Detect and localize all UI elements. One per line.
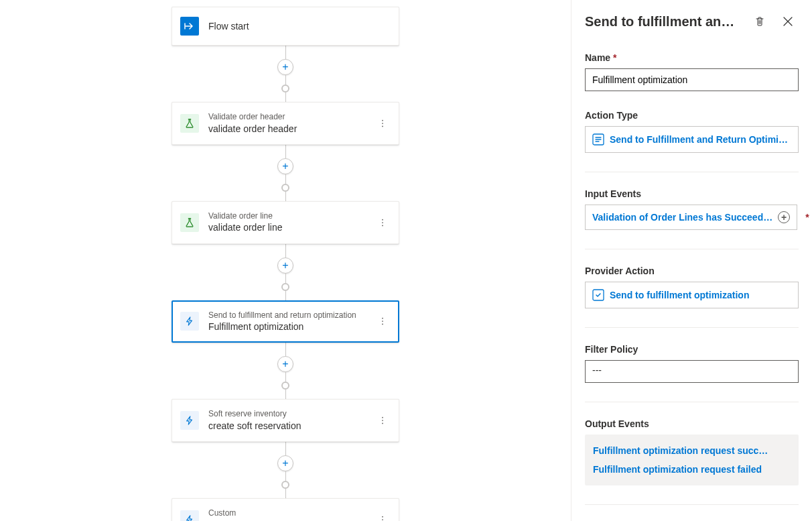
output-event-item[interactable]: Fulfillment optimization request succ… xyxy=(593,441,791,460)
flow-node-start[interactable]: Flow start xyxy=(172,7,399,46)
bolt-icon xyxy=(180,312,199,331)
node-title: validate order line xyxy=(208,221,375,233)
node-title: validate order header xyxy=(208,123,375,135)
connector-node-icon xyxy=(281,184,289,192)
svg-point-5 xyxy=(382,225,383,226)
action-type-selector[interactable]: Send to Fulfillment and Return Optimiza… xyxy=(585,126,799,153)
add-step-button[interactable]: + xyxy=(277,158,293,174)
node-subtitle: Validate order line xyxy=(208,211,375,222)
action-type-icon xyxy=(592,133,604,146)
svg-point-10 xyxy=(382,420,383,421)
node-menu-button[interactable] xyxy=(375,119,391,128)
output-event-item[interactable]: Fulfillment optimization request failed xyxy=(593,460,791,479)
node-subtitle: Validate order header xyxy=(208,112,375,123)
input-event-pill[interactable]: Validation of Order Lines has Succeed… + xyxy=(585,205,797,230)
connector-node-icon xyxy=(281,283,289,291)
flow-node-erp-fulfillment[interactable]: Custom send to ERP fulfillment xyxy=(172,498,399,521)
node-menu-button[interactable] xyxy=(375,316,391,326)
node-subtitle: Custom xyxy=(208,508,375,519)
input-events-label: Input Events xyxy=(585,188,799,199)
flow-node-fulfillment-optimization[interactable]: Send to fulfillment and return optimizat… xyxy=(172,300,399,343)
svg-point-11 xyxy=(382,423,383,424)
svg-point-8 xyxy=(382,324,383,325)
input-event-value: Validation of Order Lines has Succeed… xyxy=(592,212,772,223)
svg-point-13 xyxy=(382,519,383,520)
add-step-button[interactable]: + xyxy=(277,59,293,75)
provider-action-label: Provider Action xyxy=(585,266,799,276)
connector-node-icon xyxy=(281,84,289,93)
flow-start-icon xyxy=(180,17,199,36)
node-menu-button[interactable] xyxy=(375,416,391,425)
bolt-icon xyxy=(180,510,199,521)
svg-point-12 xyxy=(382,516,383,518)
add-step-button[interactable]: + xyxy=(277,356,293,372)
name-label: Name xyxy=(585,52,799,63)
add-step-button[interactable]: + xyxy=(277,455,293,471)
panel-title: Send to fulfillment an… xyxy=(585,14,742,30)
svg-point-2 xyxy=(382,125,383,127)
flow-node-validate-line[interactable]: Validate order line validate order line xyxy=(172,201,399,244)
flow-node-validate-header[interactable]: Validate order header validate order hea… xyxy=(172,102,399,145)
svg-point-9 xyxy=(382,417,383,418)
output-events-list: Fulfillment optimization request succ… F… xyxy=(585,435,799,485)
close-button[interactable] xyxy=(777,11,799,32)
provider-action-icon xyxy=(592,289,604,301)
node-title: Fulfillment optimization xyxy=(208,321,375,333)
filter-policy-label: Filter Policy xyxy=(585,344,799,355)
node-title: Flow start xyxy=(208,20,391,32)
svg-point-6 xyxy=(382,318,383,319)
node-title: create soft reservation xyxy=(208,420,375,432)
add-step-button[interactable]: + xyxy=(277,257,293,274)
action-type-label: Action Type xyxy=(585,110,799,121)
flask-icon xyxy=(180,114,199,133)
name-input[interactable] xyxy=(585,68,799,91)
action-type-value: Send to Fulfillment and Return Optimiza… xyxy=(610,134,791,145)
flow-node-soft-reservation[interactable]: Soft reserve inventory create soft reser… xyxy=(172,399,399,442)
connector-node-icon xyxy=(281,481,289,489)
bolt-icon xyxy=(180,411,199,430)
provider-action-value: Send to fulfillment optimization xyxy=(610,290,791,300)
node-menu-button[interactable] xyxy=(375,515,391,521)
add-input-event-button[interactable]: + xyxy=(778,211,790,223)
provider-action-selector[interactable]: Send to fulfillment optimization xyxy=(585,282,799,308)
node-subtitle: Soft reserve inventory xyxy=(208,409,375,420)
output-events-label: Output Events xyxy=(585,418,799,429)
node-menu-button[interactable] xyxy=(375,218,391,227)
filter-policy-value[interactable]: --- xyxy=(585,360,799,383)
flask-icon xyxy=(180,213,199,232)
flow-canvas[interactable]: Flow start + Validate order header valid… xyxy=(0,0,571,521)
node-subtitle: Send to fulfillment and return optimizat… xyxy=(208,310,375,321)
properties-panel: Send to fulfillment an… Name Action Type xyxy=(571,0,812,521)
svg-point-7 xyxy=(382,321,383,323)
svg-point-4 xyxy=(382,222,383,223)
svg-point-0 xyxy=(382,120,383,121)
svg-point-3 xyxy=(382,219,383,220)
delete-button[interactable] xyxy=(749,11,770,32)
connector-node-icon xyxy=(281,382,289,390)
required-indicator: * xyxy=(805,212,809,223)
svg-point-1 xyxy=(382,123,383,124)
